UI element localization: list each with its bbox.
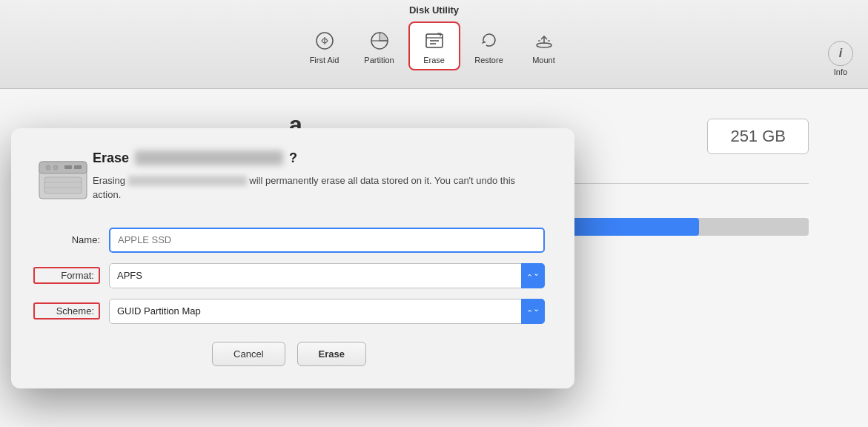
- description-prefix: Erasing: [93, 175, 125, 186]
- partition-button[interactable]: Partition: [354, 23, 405, 69]
- disk-icon: [33, 150, 93, 210]
- modal-title-block: Erase ? Erasing will permanently erase a…: [93, 150, 545, 202]
- mount-icon: [531, 27, 557, 54]
- modal-title-blurred: [135, 150, 283, 165]
- description-blurred: [128, 176, 247, 186]
- modal-footer: Cancel Erase: [33, 342, 545, 366]
- info-icon: i: [828, 41, 853, 66]
- cancel-button[interactable]: Cancel: [212, 342, 285, 366]
- form-section: Name: Format: APFS Mac OS Extended (Jour…: [33, 228, 545, 324]
- modal-title: Erase ?: [93, 150, 545, 166]
- toolbar: First Aid Partition: [299, 21, 570, 70]
- name-label: Name:: [33, 234, 100, 245]
- title-bar: Disk Utility First Aid Parti: [0, 0, 868, 89]
- svg-point-19: [46, 165, 50, 170]
- modal-overlay: Erase ? Erasing will permanently erase a…: [0, 89, 868, 427]
- svg-rect-14: [44, 177, 82, 193]
- format-row: Format: APFS Mac OS Extended (Journaled)…: [33, 263, 545, 288]
- svg-point-20: [53, 165, 58, 170]
- restore-label: Restore: [474, 56, 503, 64]
- name-row: Name:: [33, 228, 545, 253]
- modal-description: Erasing will permanently erase all data …: [93, 173, 545, 202]
- app-title: Disk Utility: [409, 4, 459, 16]
- info-button[interactable]: i Info: [828, 41, 853, 76]
- modal-title-suffix: ?: [289, 150, 297, 166]
- svg-rect-17: [74, 165, 82, 169]
- format-select-wrap: APFS Mac OS Extended (Journaled) Mac OS …: [109, 263, 545, 288]
- scheme-row: Scheme: GUID Partition Map Master Boot R…: [33, 299, 545, 324]
- mount-label: Mount: [532, 56, 555, 64]
- erase-dialog: Erase ? Erasing will permanently erase a…: [11, 128, 574, 388]
- restore-button[interactable]: Restore: [463, 23, 515, 69]
- name-input[interactable]: [109, 228, 545, 253]
- format-label: Format:: [33, 267, 100, 284]
- scheme-select[interactable]: GUID Partition Map Master Boot Record Ap…: [109, 299, 545, 324]
- mount-button[interactable]: Mount: [518, 23, 570, 69]
- first-aid-button[interactable]: First Aid: [299, 23, 351, 69]
- svg-rect-18: [64, 165, 72, 169]
- erase-icon: [421, 27, 448, 54]
- erase-confirm-button[interactable]: Erase: [297, 342, 366, 366]
- first-aid-label: First Aid: [310, 56, 339, 64]
- restore-icon: [476, 27, 503, 54]
- partition-label: Partition: [364, 56, 394, 64]
- format-select[interactable]: APFS Mac OS Extended (Journaled) Mac OS …: [109, 263, 545, 288]
- modal-header: Erase ? Erasing will permanently erase a…: [33, 150, 545, 210]
- partition-icon: [366, 27, 393, 54]
- scheme-label: Scheme:: [33, 302, 100, 320]
- modal-title-prefix: Erase: [93, 150, 129, 166]
- scheme-select-wrap: GUID Partition Map Master Boot Record Ap…: [109, 299, 545, 324]
- erase-button[interactable]: Erase: [408, 21, 460, 70]
- erase-label: Erase: [423, 56, 445, 64]
- main-content: a n Map 251 GB: [0, 89, 868, 427]
- first-aid-icon: [311, 27, 338, 54]
- info-label: Info: [834, 67, 847, 76]
